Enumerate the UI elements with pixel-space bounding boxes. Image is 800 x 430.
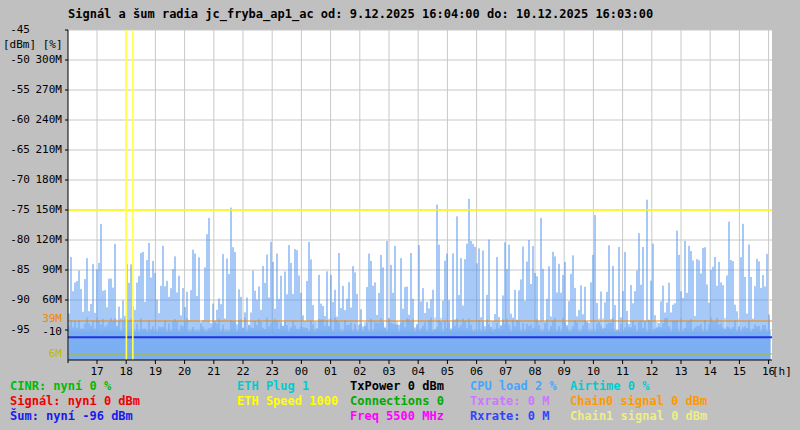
legend-cinr: CINR: nyní 0 % [10, 379, 111, 393]
y-tick-mbit: 270M [32, 84, 62, 96]
x-tick-hour: 00 [288, 366, 314, 378]
y-axis-units-label: [dBm] [%] [3, 38, 63, 51]
graph-title: Signál a šum radia jc_fryba_ap1_ac od: 9… [68, 7, 653, 21]
x-tick-hour: 20 [172, 366, 198, 378]
y-tick-dbm: -85 [0, 264, 30, 276]
x-axis-unit: [h] [772, 366, 798, 378]
x-tick-hour: 12 [639, 366, 665, 378]
mrtg-graph-page: Signál a šum radia jc_fryba_ap1_ac od: 9… [0, 0, 800, 430]
noise-band-ragged [69, 317, 769, 332]
x-tick-hour: 09 [551, 366, 577, 378]
y-tick-dbm: -70 [0, 174, 30, 186]
x-tick-hour: 08 [522, 366, 548, 378]
legend-eth-speed: ETH Speed 1000 [237, 394, 338, 408]
x-tick-hour: 23 [259, 366, 285, 378]
x-tick-hour: 04 [405, 366, 431, 378]
legend-cpu-load: CPU load 2 % [470, 379, 557, 393]
legend-sum: Šum: nyní -96 dBm [10, 409, 133, 423]
gridlines [68, 30, 772, 360]
x-tick-hour: 21 [201, 366, 227, 378]
y-tick-mbit: 120M [32, 234, 62, 246]
x-tick-hour: 17 [84, 366, 110, 378]
x-tick-hour: 14 [697, 366, 723, 378]
y-tick-mbit: 60M [32, 294, 62, 306]
noise-spikes [69, 199, 769, 360]
legend-chain0: Chain0 signal 0 dBm [570, 394, 707, 408]
x-tick-hour: 05 [434, 366, 460, 378]
y-tick-pct: -10 [32, 326, 62, 338]
legend-airtime: Airtime 0 % [570, 379, 649, 393]
y-tick-mbit: 150M [32, 204, 62, 216]
legend-txrate: Txrate: 0 M [470, 394, 549, 408]
x-tick-hour: 22 [230, 366, 256, 378]
x-tick-hour: 11 [610, 366, 636, 378]
y-tick-dbm: -95 [0, 324, 30, 336]
legend-freq: Freq 5500 MHz [350, 409, 444, 423]
y-tick-dbm: -50 [0, 54, 30, 66]
noise-band [69, 331, 771, 360]
y-tick-dbm: -90 [0, 294, 30, 306]
y-tick-dbm: -65 [0, 144, 30, 156]
x-tick-hour: 03 [376, 366, 402, 378]
x-tick-hour: 15 [726, 366, 752, 378]
y-tick-dbm: -55 [0, 84, 30, 96]
y-tick-dbm: -80 [0, 234, 30, 246]
legend-signal: Signál: nyní 0 dBm [10, 394, 140, 408]
y-tick-mbit: 210M [32, 144, 62, 156]
y-tick-dbm: -60 [0, 114, 30, 126]
legend-chain1: Chain1 signal 0 dBm [570, 409, 707, 423]
plot-area [68, 30, 772, 360]
legend-txpower: TxPower 0 dBm [350, 379, 444, 393]
legend-eth-plug: ETH Plug 1 [237, 379, 309, 393]
axes [65, 30, 772, 364]
y-tick-mbit: 90M [32, 264, 62, 276]
legend-rxrate: Rxrate: 0 M [470, 409, 549, 423]
x-tick-hour: 07 [493, 366, 519, 378]
y-tick-mbit: 240M [32, 114, 62, 126]
y-tick-mbit: 300M [32, 54, 62, 66]
x-tick-hour: 19 [142, 366, 168, 378]
x-tick-hour: 06 [464, 366, 490, 378]
legend-connections: Connections 0 [350, 394, 444, 408]
y-tick-dbm: -75 [0, 204, 30, 216]
y-tick-dbm: -45 [0, 24, 30, 36]
y-marker-39m: 39M [32, 313, 62, 325]
x-tick-hour: 01 [318, 366, 344, 378]
x-tick-hour: 02 [347, 366, 373, 378]
y-tick-mbit: 180M [32, 174, 62, 186]
x-tick-hour: 18 [113, 366, 139, 378]
x-tick-hour: 13 [668, 366, 694, 378]
y-marker-6m: 6M [32, 348, 62, 360]
x-tick-hour: 10 [580, 366, 606, 378]
